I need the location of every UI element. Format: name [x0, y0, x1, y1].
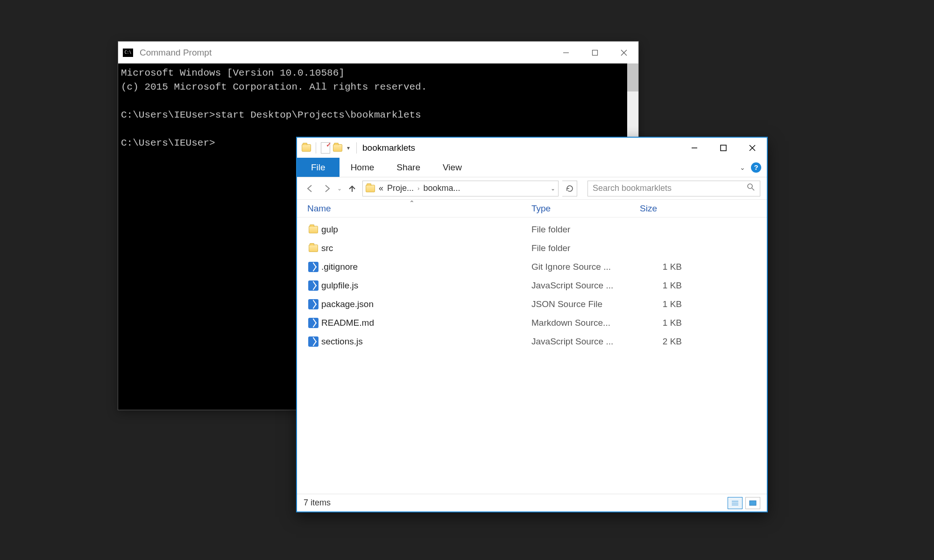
tab-home[interactable]: Home: [340, 158, 386, 177]
explorer-titlebar[interactable]: ▾ bookmarklets: [297, 138, 767, 158]
breadcrumb-prefix[interactable]: «: [379, 183, 383, 193]
file-name: src: [321, 243, 531, 253]
file-size: 1 KB: [640, 318, 682, 328]
cmd-icon: [123, 49, 133, 57]
view-toggles: [728, 497, 760, 509]
search-icon[interactable]: [747, 183, 755, 194]
folder-icon[interactable]: [302, 144, 311, 152]
cmd-titlebar[interactable]: Command Prompt: [118, 42, 638, 63]
cmd-line: Microsoft Windows [Version 10.0.10586]: [121, 68, 345, 78]
svg-rect-13: [750, 501, 756, 505]
scroll-thumb[interactable]: [627, 63, 638, 91]
recent-dropdown-icon[interactable]: ⌄: [337, 185, 342, 192]
status-bar: 7 items: [297, 494, 767, 511]
file-row[interactable]: sections.jsJavaScript Source ...2 KB: [305, 332, 767, 351]
refresh-button[interactable]: [562, 181, 577, 196]
qat-dropdown-icon[interactable]: ▾: [345, 145, 352, 151]
thumbnails-view-button[interactable]: [745, 497, 760, 509]
svg-point-8: [748, 184, 752, 189]
vscode-file-icon: [308, 299, 318, 309]
search-placeholder: Search bookmarklets: [593, 183, 672, 193]
file-type: File folder: [531, 243, 640, 253]
file-type: Markdown Source...: [531, 318, 640, 328]
cmd-line: (c) 2015 Microsoft Corporation. All righ…: [121, 82, 427, 92]
cmd-line: C:\Users\IEUser>start Desktop\Projects\b…: [121, 110, 421, 120]
sort-indicator-icon: ⌃: [409, 199, 415, 207]
properties-icon[interactable]: [321, 142, 330, 154]
separator: [356, 142, 357, 154]
file-row[interactable]: srcFile folder: [305, 239, 767, 258]
file-row[interactable]: gulpFile folder: [305, 220, 767, 239]
column-name[interactable]: Name: [307, 203, 531, 214]
tab-file[interactable]: File: [297, 158, 340, 177]
maximize-button[interactable]: [580, 42, 609, 63]
minimize-button[interactable]: [552, 42, 580, 63]
close-button[interactable]: [738, 138, 767, 158]
file-type: Git Ignore Source ...: [531, 262, 640, 272]
file-type: JavaScript Source ...: [531, 280, 640, 291]
file-explorer-window: ▾ bookmarklets File Home Share View ⌄ ?: [296, 137, 768, 512]
file-list[interactable]: gulpFile foldersrcFile folder.gitignoreG…: [297, 217, 767, 494]
close-button[interactable]: [609, 42, 638, 63]
file-size: 1 KB: [640, 299, 682, 309]
file-name: sections.js: [321, 336, 531, 347]
ribbon-expand-icon[interactable]: ⌄: [740, 164, 745, 171]
breadcrumb-segment[interactable]: Proje...: [387, 183, 414, 193]
file-size: 1 KB: [640, 280, 682, 291]
cmd-line: C:\Users\IEUser>: [121, 138, 215, 148]
file-row[interactable]: gulpfile.jsJavaScript Source ...1 KB: [305, 276, 767, 295]
help-icon[interactable]: ?: [751, 162, 761, 173]
folder-icon: [309, 245, 318, 252]
vscode-file-icon: [308, 262, 318, 272]
file-row[interactable]: package.jsonJSON Source File1 KB: [305, 295, 767, 314]
navigation-bar: ⌄ « Proje... › bookma... ⌄ Search bookma…: [297, 177, 767, 200]
explorer-title: bookmarklets: [362, 143, 415, 153]
vscode-file-icon: [308, 280, 318, 291]
file-size: 1 KB: [640, 262, 682, 272]
cmd-window-buttons: [552, 42, 638, 63]
up-button[interactable]: [346, 182, 359, 195]
column-type[interactable]: Type: [531, 203, 640, 214]
item-count: 7 items: [304, 498, 331, 508]
tab-view[interactable]: View: [432, 158, 473, 177]
address-bar[interactable]: « Proje... › bookma... ⌄: [362, 181, 559, 196]
column-headers: Name Type Size ⌃: [297, 200, 767, 217]
open-folder-icon[interactable]: [333, 144, 342, 152]
separator: [316, 142, 316, 154]
maximize-button[interactable]: [709, 138, 738, 158]
address-dropdown-icon[interactable]: ⌄: [551, 185, 555, 192]
details-view-button[interactable]: [728, 497, 743, 509]
file-type: JavaScript Source ...: [531, 336, 640, 347]
svg-rect-5: [721, 145, 726, 151]
breadcrumb-segment[interactable]: bookma...: [423, 183, 460, 193]
cmd-title: Command Prompt: [140, 48, 212, 58]
folder-icon: [366, 185, 375, 192]
file-row[interactable]: .gitignoreGit Ignore Source ...1 KB: [305, 258, 767, 276]
file-name: package.json: [321, 299, 531, 309]
vscode-file-icon: [308, 318, 318, 328]
file-type: File folder: [531, 224, 640, 235]
folder-icon: [309, 226, 318, 233]
vscode-file-icon: [308, 336, 318, 347]
forward-button[interactable]: [320, 182, 333, 195]
explorer-window-buttons: [680, 138, 767, 158]
file-name: README.md: [321, 318, 531, 328]
file-type: JSON Source File: [531, 299, 640, 309]
svg-rect-1: [593, 50, 598, 55]
svg-line-9: [752, 188, 754, 190]
file-row[interactable]: README.mdMarkdown Source...1 KB: [305, 314, 767, 332]
file-size: 2 KB: [640, 336, 682, 347]
file-name: .gitignore: [321, 262, 531, 272]
search-input[interactable]: Search bookmarklets: [587, 181, 760, 196]
file-name: gulpfile.js: [321, 280, 531, 291]
minimize-button[interactable]: [680, 138, 709, 158]
back-button[interactable]: [304, 182, 317, 195]
column-size[interactable]: Size: [640, 203, 767, 214]
file-name: gulp: [321, 224, 531, 235]
chevron-right-icon[interactable]: ›: [417, 185, 419, 192]
tab-share[interactable]: Share: [385, 158, 432, 177]
quick-access-toolbar: ▾: [302, 142, 359, 154]
ribbon-tabs: File Home Share View ⌄ ?: [297, 158, 767, 177]
